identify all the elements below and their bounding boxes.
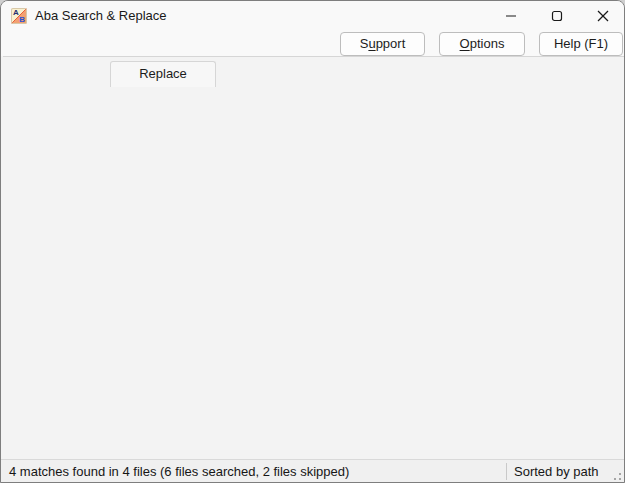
options-button[interactable]: Options (439, 32, 525, 56)
close-icon (597, 10, 609, 22)
maximize-button[interactable] (534, 1, 580, 31)
app-icon-letter-b: B (19, 15, 25, 24)
window-title: Aba Search & Replace (35, 1, 167, 31)
replace-tab-page (3, 56, 624, 453)
maximize-icon (551, 10, 563, 22)
app-icon: A B (11, 8, 27, 24)
help-button[interactable]: Help (F1) (539, 32, 623, 56)
titlebar: A B Aba Search & Replace (1, 1, 624, 31)
app-window: A B Aba Search & Replace Search Replace … (0, 0, 625, 483)
tab-replace[interactable]: Replace (110, 61, 216, 87)
resize-grip[interactable] (612, 471, 622, 481)
sort-status[interactable]: Sorted by path (514, 460, 599, 483)
status-bar: 4 matches found in 4 files (6 files sear… (1, 459, 624, 483)
status-separator (506, 463, 507, 480)
support-button[interactable]: Support (340, 32, 425, 56)
minimize-button[interactable] (488, 1, 534, 31)
app-icon-letter-a: A (13, 8, 19, 17)
status-message: 4 matches found in 4 files (6 files sear… (9, 460, 349, 483)
tab-strip: Search Replace Undo (1, 31, 624, 56)
close-button[interactable] (580, 1, 625, 31)
minimize-icon (505, 10, 517, 22)
